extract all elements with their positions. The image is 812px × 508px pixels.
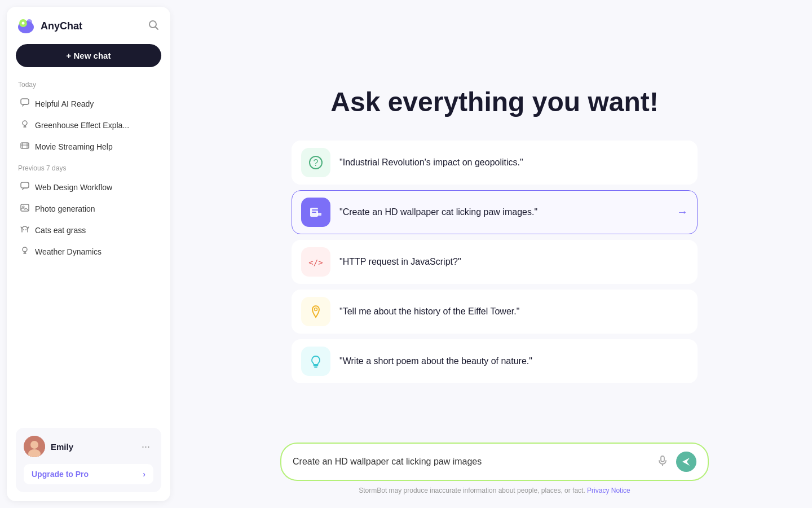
suggestion-item-poem[interactable]: "Write a short poem about the beauty of … — [292, 339, 698, 383]
upgrade-button[interactable]: Upgrade to Pro › — [24, 464, 153, 484]
sidebar: AnyChat + New chat Today Helpful AI Read… — [7, 7, 170, 501]
search-button[interactable] — [145, 17, 161, 36]
more-options-button[interactable]: ··· — [138, 440, 153, 454]
suggestion-icon-question: ? — [301, 148, 330, 177]
suggestion-icon-lightbulb — [301, 347, 330, 376]
svg-point-3 — [22, 22, 25, 25]
svg-rect-8 — [21, 143, 29, 148]
suggestion-text: "Create an HD wallpaper cat licking paw … — [339, 207, 668, 217]
chat-item-cats[interactable]: Cats eat grass — [16, 220, 161, 241]
chat-item-label: Photo generation — [35, 204, 95, 213]
chat-icon-weather — [20, 246, 29, 257]
suggestion-item-wallpaper[interactable]: "Create an HD wallpaper cat licking paw … — [292, 190, 698, 234]
chat-icon-bulb — [20, 120, 29, 131]
chat-icon-message — [20, 98, 29, 110]
suggestion-item-javascript[interactable]: </> "HTTP request in JavaScript?" — [292, 240, 698, 284]
chat-item-webdesign[interactable]: Web Design Workflow — [16, 177, 161, 198]
svg-point-19 — [30, 441, 38, 449]
svg-text:</>: </> — [308, 258, 323, 267]
main-content: Ask everything you want! ? "Industrial R… — [292, 27, 698, 443]
svg-rect-12 — [21, 182, 29, 188]
user-card: Emily ··· Upgrade to Pro › — [16, 428, 161, 492]
send-button[interactable] — [676, 452, 696, 472]
page-title: Ask everything you want! — [330, 86, 658, 117]
new-chat-button[interactable]: + New chat — [16, 44, 161, 67]
today-chat-list: Helpful AI Ready Greenhouse Effect Expla… — [16, 93, 161, 157]
suggestion-text: "HTTP request in JavaScript?" — [339, 257, 688, 267]
logo-area: AnyChat — [16, 16, 82, 36]
svg-rect-13 — [21, 204, 29, 211]
chat-item-movie[interactable]: Movie Streaming Help — [16, 136, 161, 157]
suggestion-icon-location — [301, 297, 330, 326]
main-panel: Ask everything you want! ? "Industrial R… — [177, 0, 812, 508]
chat-item-label: Movie Streaming Help — [35, 142, 113, 151]
chat-item-label: Web Design Workflow — [35, 183, 112, 192]
chat-input[interactable] — [293, 457, 649, 467]
chat-item-weather[interactable]: Weather Dynamics — [16, 241, 161, 262]
svg-point-15 — [23, 229, 24, 230]
previous-chat-list: Web Design Workflow Photo generation Cat… — [16, 177, 161, 262]
microphone-button[interactable] — [656, 454, 669, 470]
privacy-notice-link[interactable]: Privacy Notice — [587, 487, 630, 494]
chat-item-photo[interactable]: Photo generation — [16, 198, 161, 220]
input-box — [280, 443, 709, 481]
suggestion-text: "Industrial Revolution's impact on geopo… — [339, 157, 688, 168]
chat-item-label: Cats eat grass — [35, 226, 86, 235]
chat-item-label: Weather Dynamics — [35, 247, 102, 256]
svg-rect-6 — [21, 99, 29, 104]
chat-icon-cat — [20, 225, 29, 236]
svg-line-5 — [156, 27, 158, 29]
suggestion-list: ? "Industrial Revolution's impact on geo… — [292, 141, 698, 383]
input-area: StormBot may produce inaccurate informat… — [280, 443, 709, 494]
user-info: Emily — [24, 436, 73, 457]
upgrade-arrow: › — [143, 470, 145, 479]
logo-icon — [16, 16, 36, 36]
chat-item-helpful-ai[interactable]: Helpful AI Ready — [16, 93, 161, 115]
svg-rect-29 — [661, 456, 664, 462]
today-label: Today — [16, 81, 161, 89]
svg-point-2 — [27, 19, 32, 25]
upgrade-label: Upgrade to Pro — [32, 470, 89, 479]
avatar — [24, 436, 45, 457]
chat-item-label: Helpful AI Ready — [35, 99, 94, 108]
svg-rect-24 — [317, 213, 321, 216]
suggestion-arrow-icon: → — [677, 205, 688, 218]
sidebar-header: AnyChat — [16, 16, 161, 36]
svg-point-16 — [25, 229, 27, 230]
user-name: Emily — [51, 442, 73, 452]
svg-point-14 — [23, 206, 24, 208]
suggestion-item-eiffel[interactable]: "Tell me about the history of the Eiffel… — [292, 290, 698, 334]
suggestion-icon-code: </> — [301, 247, 330, 277]
chat-icon-photo — [20, 203, 29, 214]
suggestion-icon-paint — [301, 198, 330, 227]
svg-point-17 — [23, 247, 27, 252]
suggestion-text: "Write a short poem about the beauty of … — [339, 356, 688, 366]
disclaimer-text: StormBot may produce inaccurate informat… — [359, 487, 630, 494]
chat-item-greenhouse[interactable]: Greenhouse Effect Expla... — [16, 115, 161, 136]
chat-icon-message2 — [20, 182, 29, 193]
suggestion-text: "Tell me about the history of the Eiffel… — [339, 306, 688, 317]
previous-label: Previous 7 days — [16, 164, 161, 172]
chat-item-label: Greenhouse Effect Expla... — [35, 121, 129, 130]
user-row: Emily ··· — [24, 436, 153, 457]
chat-icon-film — [20, 141, 29, 152]
svg-text:?: ? — [314, 158, 319, 168]
svg-point-26 — [315, 308, 317, 310]
app-name: AnyChat — [41, 20, 82, 32]
suggestion-item-geopolitics[interactable]: ? "Industrial Revolution's impact on geo… — [292, 141, 698, 185]
svg-point-7 — [23, 121, 27, 125]
